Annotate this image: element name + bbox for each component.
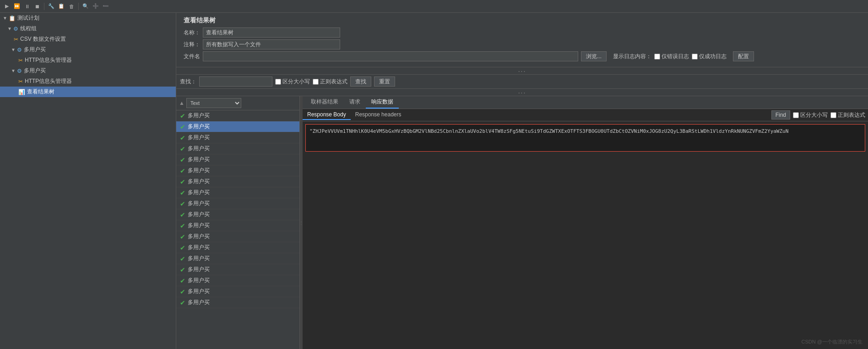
- list-item-9[interactable]: ✔ 多用户买: [176, 209, 299, 220]
- case-sensitive-checkbox[interactable]: [275, 79, 281, 85]
- sidebar-item-threadgroup[interactable]: ▼ ⚙ 线程组: [0, 23, 176, 34]
- regex-checkbox[interactable]: [313, 79, 319, 85]
- comment-label: 注释：: [184, 41, 200, 49]
- sub-tab-response-body-label: Response Body: [307, 111, 346, 118]
- browse-button[interactable]: 浏览...: [581, 51, 607, 61]
- sidebar-item-csv[interactable]: ✂ CSV 数据文件设置: [0, 34, 176, 44]
- comment-input[interactable]: [203, 39, 340, 49]
- check-icon-16: ✔: [180, 288, 185, 295]
- regex-label[interactable]: 正则表达式: [313, 78, 347, 86]
- list-item-1[interactable]: ✔ 多用户买: [176, 121, 299, 132]
- list-item-13[interactable]: ✔ 多用户买: [176, 253, 299, 264]
- sidebar-item-http1[interactable]: ✂ HTTP信息头管理器: [0, 55, 176, 65]
- toolbar-icon-9[interactable]: ➕: [92, 2, 100, 11]
- list-item-14[interactable]: ✔ 多用户买: [176, 264, 299, 275]
- toolbar-icon-5[interactable]: 🔧: [47, 2, 55, 11]
- search-bar: 查找： 区分大小写 正则表达式 查找 重置: [176, 75, 868, 89]
- sub-tab-response-headers[interactable]: Response headers: [351, 110, 406, 120]
- list-item-label-2: 多用户买: [188, 134, 210, 142]
- list-item-label-9: 多用户买: [188, 211, 210, 218]
- list-item-5[interactable]: ✔ 多用户买: [176, 165, 299, 176]
- sidebar-item-label-thread: 线程组: [20, 25, 37, 33]
- toolbar-icon-4[interactable]: ⏹: [33, 2, 41, 11]
- text-select[interactable]: Text: [186, 98, 241, 108]
- list-item-11[interactable]: ✔ 多用户买: [176, 231, 299, 242]
- list-item-label-3: 多用户买: [188, 145, 210, 153]
- check-icon-17: ✔: [180, 299, 185, 306]
- name-row: 名称：: [184, 27, 861, 38]
- sidebar-item-label-results: 查看结果树: [27, 88, 54, 96]
- check-icon-5: ✔: [180, 167, 185, 174]
- check-icon-9: ✔: [180, 211, 185, 218]
- sidebar-item-http2[interactable]: ✂ HTTP信息头管理器: [0, 76, 176, 87]
- tab-sampler-result[interactable]: 取样器结果: [305, 96, 344, 109]
- tab-request[interactable]: 请求: [344, 96, 366, 109]
- toolbar-icon-2[interactable]: ⏩: [13, 2, 21, 11]
- tab-response-data[interactable]: 响应数据: [366, 96, 399, 109]
- toolbar-icon-8[interactable]: 🔍: [81, 2, 90, 11]
- sidebar: ▼ 📋 测试计划 ▼ ⚙ 线程组 ✂ CSV 数据文件设置 ▼ ⚙ 多用户买 ✂…: [0, 13, 176, 349]
- only-error-checkbox[interactable]: [654, 54, 660, 60]
- list-item-10[interactable]: ✔ 多用户买: [176, 220, 299, 231]
- toolbar-icon-10[interactable]: ➖: [102, 2, 110, 11]
- list-item-16[interactable]: ✔ 多用户买: [176, 286, 299, 297]
- regex-text: 正则表达式: [320, 78, 347, 86]
- list-item-8[interactable]: ✔ 多用户买: [176, 198, 299, 209]
- list-item-3[interactable]: ✔ 多用户买: [176, 143, 299, 154]
- split-view: ▲ Text ✔ 多用户买 ✔ 多用户买 ✔: [176, 96, 868, 349]
- find-regex-label[interactable]: 正则表达式: [830, 111, 865, 119]
- check-icon-2: ✔: [180, 134, 185, 142]
- only-success-checkbox[interactable]: [692, 54, 698, 60]
- list-item-label-15: 多用户买: [188, 277, 210, 284]
- list-item-label-1: 多用户买: [188, 123, 210, 131]
- results-icon: 📊: [18, 89, 25, 95]
- list-item-7[interactable]: ✔ 多用户买: [176, 187, 299, 198]
- sidebar-item-label-users1: 多用户买: [24, 46, 46, 54]
- name-input[interactable]: [203, 27, 340, 38]
- list-item-15[interactable]: ✔ 多用户买: [176, 275, 299, 286]
- response-content: "ZHJPeVVUVm1TNHhlK0U4eVM5bGxHVzBQbGM2VlN…: [305, 124, 865, 152]
- find-case-label[interactable]: 区分大小写: [793, 111, 828, 119]
- comment-row: 注释：: [184, 39, 861, 49]
- only-error-checkbox-label[interactable]: 仅错误日志: [654, 53, 689, 60]
- search-input[interactable]: [199, 76, 272, 87]
- toolbar-icon-6[interactable]: 📋: [57, 2, 65, 11]
- sidebar-item-label-users2: 多用户买: [24, 67, 46, 75]
- dots-separator-1: ···: [176, 67, 868, 75]
- list-item-0[interactable]: ✔ 多用户买: [176, 110, 299, 121]
- list-item-2[interactable]: ✔ 多用户买: [176, 132, 299, 143]
- list-item-label-16: 多用户买: [188, 288, 210, 295]
- sidebar-item-users2[interactable]: ▼ ⚙ 多用户买: [0, 65, 176, 76]
- list-item-17[interactable]: ✔ 多用户买: [176, 297, 299, 308]
- check-icon-0: ✔: [180, 112, 185, 120]
- sidebar-item-testplan[interactable]: ▼ 📋 测试计划: [0, 13, 176, 23]
- sub-tab-response-body[interactable]: Response Body: [303, 110, 351, 120]
- config-button[interactable]: 配置: [733, 51, 754, 61]
- list-item-label-8: 多用户买: [188, 200, 210, 207]
- find-case-checkbox[interactable]: [793, 112, 799, 118]
- check-icon-14: ✔: [180, 266, 185, 273]
- list-item-12[interactable]: ✔ 多用户买: [176, 242, 299, 253]
- toolbar-icon-7[interactable]: 🗑: [67, 2, 76, 11]
- sidebar-item-users1[interactable]: ▼ ⚙ 多用户买: [0, 44, 176, 55]
- only-success-checkbox-label[interactable]: 仅成功日志: [692, 53, 727, 60]
- search-button[interactable]: 查找: [350, 76, 371, 87]
- case-sensitive-label[interactable]: 区分大小写: [275, 78, 310, 86]
- find-button[interactable]: Find: [771, 110, 790, 120]
- list-items: ✔ 多用户买 ✔ 多用户买 ✔ 多用户买 ✔ 多用户买: [176, 110, 299, 349]
- check-icon-11: ✔: [180, 233, 185, 240]
- list-item-label-0: 多用户买: [188, 112, 210, 120]
- list-item-6[interactable]: ✔ 多用户买: [176, 176, 299, 187]
- find-regex-checkbox[interactable]: [830, 112, 836, 118]
- sidebar-item-resulttree[interactable]: 📊 查看结果树: [0, 87, 176, 97]
- check-icon-3: ✔: [180, 145, 185, 153]
- dots-icon-2: ···: [518, 89, 526, 96]
- toolbar-icon-3[interactable]: ⏸: [23, 2, 31, 11]
- filename-input[interactable]: [203, 51, 578, 61]
- list-item-4[interactable]: ✔ 多用户买: [176, 154, 299, 165]
- main-layout: ▼ 📋 测试计划 ▼ ⚙ 线程组 ✂ CSV 数据文件设置 ▼ ⚙ 多用户买 ✂…: [0, 13, 868, 349]
- reset-button[interactable]: 重置: [374, 76, 395, 87]
- collapse-arrow[interactable]: ▲: [179, 100, 184, 106]
- toolbar-icon-1[interactable]: ▶: [3, 2, 11, 11]
- find-controls: Find 区分大小写 正则表达式: [769, 109, 868, 121]
